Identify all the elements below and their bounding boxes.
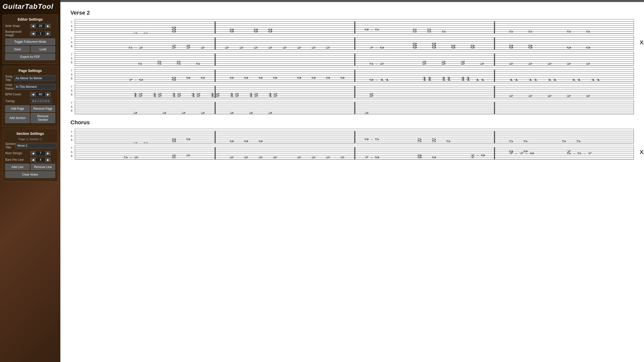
svg-text:12: 12 [171, 93, 182, 95]
tab-staff-6[interactable]: 2 222 222 2 [75, 100, 634, 114]
svg-text:2: 2 [297, 156, 302, 159]
tab-svg-3: 5 555 55 5-2 2222 222 22 222 [75, 52, 634, 66]
svg-text:9: 9 [528, 45, 533, 47]
tab-staff-2[interactable]: 5-2 2 2 2 2222 2222 22 7-9 9999 99 99 99… [75, 35, 634, 50]
note-snap-increase[interactable]: ▶ [46, 24, 51, 28]
tab-line-6: TAB 2 222 222 2 [70, 100, 634, 114]
clear-notes-button[interactable]: Clear Notes [5, 171, 55, 178]
num-strings-decrease[interactable]: ◀ [30, 151, 35, 155]
svg-text:9: 9 [297, 77, 302, 79]
svg-text:2: 2 [326, 156, 331, 159]
svg-text:5: 5 [431, 138, 437, 141]
song-title-input[interactable] [14, 75, 55, 81]
svg-text:7-9: 7-9 [128, 79, 144, 81]
svg-text:5: 5 [446, 140, 451, 143]
bars-decrease[interactable]: ◀ [30, 158, 35, 162]
svg-text:9: 9 [171, 26, 177, 29]
svg-text:9: 9 [186, 77, 191, 79]
remove-section-button[interactable]: Remove Section [31, 113, 55, 123]
x2-marker-2: X2 [640, 149, 644, 155]
tab-display-panel: Verse 2 TAB [60, 0, 644, 362]
svg-text:9: 9 [171, 77, 177, 79]
svg-text:2: 2 [479, 63, 485, 65]
tab-svg-4: 7-9 9 999 9999 9999 9-11 11111111 111111… [75, 68, 634, 82]
svg-text:2: 2 [229, 112, 234, 114]
svg-rect-194 [215, 131, 216, 143]
svg-text:9: 9 [253, 28, 258, 31]
svg-rect-108 [354, 70, 355, 82]
svg-text:5: 5 [523, 140, 528, 143]
svg-text:11: 11 [508, 79, 519, 81]
svg-text:9: 9 [326, 77, 331, 79]
svg-text:2: 2 [528, 63, 533, 65]
section-title-input[interactable] [15, 143, 57, 148]
svg-text:9-5: 9-5 [364, 138, 380, 141]
svg-text:9: 9 [566, 47, 572, 49]
chorus-svg-1: 7-9 9 99 999 9-5 555 55 55 55 [75, 129, 634, 143]
bpm-increase[interactable]: ▶ [46, 92, 51, 97]
app-title: GuitarTabTool [3, 3, 58, 11]
tab-staff-3[interactable]: 5 555 55 5-2 2222 222 22 222 [75, 51, 634, 66]
load-button[interactable]: Load [31, 46, 55, 53]
svg-text:7-9: 7-9 [133, 142, 148, 143]
bpm-decrease[interactable]: ◀ [30, 92, 35, 97]
tab-label-6: TAB [70, 100, 75, 114]
remove-page-button[interactable]: Remove Page [31, 105, 55, 112]
save-button[interactable]: Save [5, 46, 30, 53]
svg-text:9-5: 9-5 [364, 28, 380, 31]
note-snap-label: Note Snap: [5, 24, 30, 28]
toggle-fullscreen-button[interactable]: Toggle Fullscreen Mode [5, 38, 55, 45]
svg-text:9: 9 [523, 150, 528, 153]
svg-text:9: 9 [508, 150, 514, 153]
svg-text:5-2: 5-2 [369, 63, 384, 65]
bars-per-line-label: Bars Per Line: [5, 158, 30, 162]
song-title-label: Song Title: [5, 75, 14, 82]
bg-image-decrease[interactable]: ◀ [30, 31, 35, 36]
svg-text:9: 9 [258, 77, 263, 79]
tab-staff-5[interactable]: 12121212 12121212 12121212 12121212 2 2 … [75, 84, 634, 98]
tab-content[interactable]: Verse 2 TAB [60, 2, 644, 362]
svg-text:5: 5 [586, 30, 591, 33]
svg-rect-144 [354, 86, 355, 98]
bg-image-increase[interactable]: ▶ [46, 31, 51, 36]
svg-text:7-9: 7-9 [364, 156, 380, 159]
add-page-button[interactable]: Add Page [5, 105, 30, 112]
svg-text:2: 2 [586, 95, 591, 97]
svg-text:2: 2 [268, 112, 273, 114]
svg-text:2: 2 [364, 112, 369, 114]
svg-text:9: 9 [412, 43, 417, 45]
svg-text:9: 9 [171, 138, 177, 141]
svg-rect-145 [494, 86, 495, 98]
artist-name-input[interactable] [14, 84, 55, 90]
svg-text:9: 9 [229, 77, 234, 79]
tab-staff-4[interactable]: 7-9 9 999 9999 9999 9-11 11111111 111111… [75, 67, 634, 82]
svg-text:2: 2 [133, 112, 138, 114]
svg-text:5: 5 [138, 63, 143, 65]
svg-text:9: 9 [268, 28, 273, 31]
svg-text:5: 5 [412, 28, 417, 31]
note-snap-decrease[interactable]: ◀ [30, 24, 35, 28]
svg-rect-221 [215, 147, 216, 159]
svg-text:2: 2 [248, 112, 254, 114]
svg-rect-38 [354, 37, 355, 50]
svg-text:9: 9 [244, 77, 249, 79]
svg-text:5: 5 [508, 30, 514, 33]
svg-text:12: 12 [191, 93, 201, 95]
remove-line-button[interactable]: Remove Line [31, 164, 55, 170]
add-section-button[interactable]: Add Section [5, 113, 30, 123]
num-strings-increase[interactable]: ▶ [46, 151, 51, 155]
tab-staff-1[interactable]: 7-9 9 9 9 999 999 9-5 555 55 55 55 [75, 19, 634, 34]
add-line-button[interactable]: Add Line [5, 164, 30, 170]
bg-image-value: 1 [35, 31, 46, 36]
svg-text:2: 2 [282, 47, 287, 49]
bars-increase[interactable]: ▶ [46, 158, 51, 162]
chorus-tab-staff-1[interactable]: 7-9 9 99 999 9-5 555 55 55 55 [75, 129, 634, 143]
tab-label-3: TAB [70, 51, 75, 66]
chorus-tab-staff-2[interactable]: 5-2 2 22 2222 2222 7-9 99 9 7 7-9 7-7-9 … [75, 145, 634, 159]
svg-text:11: 11 [528, 79, 538, 81]
export-pdf-button[interactable]: Export As PDF [5, 54, 55, 60]
svg-text:11: 11 [441, 77, 451, 79]
svg-text:9: 9 [244, 140, 249, 143]
svg-text:12: 12 [152, 93, 162, 95]
tuning-label: Tuning: [5, 99, 30, 103]
